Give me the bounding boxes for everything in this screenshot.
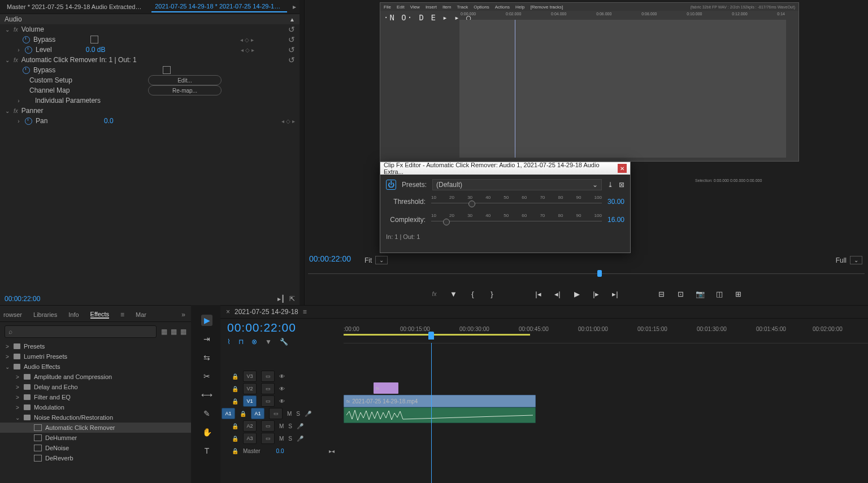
ec-tab-clip[interactable]: 2021-07-25 14-29-18 * 2021-07-25 14-29-1… xyxy=(151,1,287,12)
audition-waveform[interactable]: 0:00.0000:02.0000:04.0000:06.0000:08.000… xyxy=(459,20,786,158)
marker-icon[interactable]: ▼ xyxy=(449,289,458,298)
track-select-tool[interactable]: ⇥ xyxy=(201,333,212,345)
volume-header[interactable]: ⌄ fx Volume ↺ xyxy=(0,24,300,34)
tab-info[interactable]: Info xyxy=(68,311,79,318)
tree-item[interactable]: >Modulation xyxy=(0,402,191,412)
res-dropdown[interactable]: ⌄ xyxy=(850,256,862,264)
menu-track[interactable]: Track xyxy=(457,5,468,10)
tab-markers[interactable]: Mar xyxy=(136,311,146,318)
video-clip[interactable]: fx 2021-07-25 14-29-18.mp4 xyxy=(344,395,536,407)
bypass-checkbox[interactable] xyxy=(163,66,171,74)
reset-icon[interactable]: ↺ xyxy=(288,55,295,64)
stopwatch-icon[interactable] xyxy=(25,46,32,54)
tab-libraries[interactable]: Libraries xyxy=(33,311,57,318)
pen-tool[interactable]: ✎ xyxy=(201,408,212,419)
tree-item[interactable]: ⌄Audio Effects xyxy=(0,362,191,372)
complexity-value[interactable]: 16.00 xyxy=(607,216,624,224)
tree-item[interactable]: ⌄Noise Reduction/Restoration xyxy=(0,412,191,423)
panel-menu-icon[interactable]: ≡ xyxy=(120,311,124,319)
acr-header[interactable]: ⌄ fx Automatic Click Remover In: 1 | Out… xyxy=(0,55,300,65)
goto-out-icon[interactable]: ▸| xyxy=(611,289,620,298)
menu-remove[interactable]: [Remove tracks] xyxy=(530,5,563,10)
lift-icon[interactable]: ⊟ xyxy=(657,289,666,298)
ec-tab-master[interactable]: Master * 2021-07-25 14-29-18 Audio Extra… xyxy=(3,2,146,12)
menu-options[interactable]: Options xyxy=(474,5,489,10)
tab-effects[interactable]: Effects xyxy=(90,311,109,319)
panner-header[interactable]: ⌄ fx Panner xyxy=(0,106,300,116)
selection-tool[interactable]: ▶ xyxy=(201,315,212,326)
track-a3[interactable]: 🔒A3▭MS🎤 xyxy=(220,432,339,445)
tree-item[interactable]: DeNoise xyxy=(0,443,191,453)
complexity-slider[interactable]: 102030405060708090100 xyxy=(431,213,602,227)
ec-timecode[interactable]: 00:00:22:00 xyxy=(5,295,40,303)
snap-icon[interactable]: ⌇ xyxy=(227,338,231,346)
reset-icon[interactable]: ↺ xyxy=(288,35,295,44)
threshold-value[interactable]: 30.00 xyxy=(607,198,624,206)
collapse-icon[interactable]: ▲ xyxy=(289,16,295,23)
tree-item[interactable]: Automatic Click Remover xyxy=(0,423,191,433)
menu-insert[interactable]: Insert xyxy=(426,5,437,10)
camera-icon[interactable]: 📷 xyxy=(696,289,705,298)
indiv-params-row[interactable]: › Individual Parameters xyxy=(0,95,300,106)
out-icon[interactable]: } xyxy=(488,289,497,298)
menu-help[interactable]: Help xyxy=(515,5,524,10)
tree-item[interactable]: DeHummer xyxy=(0,433,191,443)
reset-icon[interactable]: ↺ xyxy=(288,45,295,54)
tree-item[interactable]: >Amplitude and Compression xyxy=(0,372,191,382)
preset-save-icon[interactable]: ⤓ xyxy=(607,181,613,189)
tree-item[interactable]: >Delay and Echo xyxy=(0,382,191,392)
level-value[interactable]: 0.0 dB xyxy=(86,46,106,54)
stopwatch-icon[interactable] xyxy=(23,67,30,74)
menu-view[interactable]: View xyxy=(410,5,420,10)
stopwatch-icon[interactable] xyxy=(23,36,30,43)
program-timecode[interactable]: 00:00:22:00 xyxy=(309,254,351,263)
fx-icon[interactable]: fx xyxy=(430,289,439,298)
settings-icon[interactable]: ⊞ xyxy=(734,289,743,298)
fx-title-bar[interactable]: Clip Fx Editor - Automatic Click Remover… xyxy=(380,162,630,175)
remap-button[interactable]: Re-map... xyxy=(148,85,222,95)
track-a1[interactable]: A1🔒A1▭MS🎤 xyxy=(220,407,339,420)
in-icon[interactable]: { xyxy=(468,289,478,298)
compare-icon[interactable]: ◫ xyxy=(715,289,724,298)
keyframe-nav[interactable]: ◂ ◇ ▸ xyxy=(240,37,254,43)
stopwatch-icon[interactable] xyxy=(25,118,32,125)
filter-icon[interactable]: ▦ xyxy=(161,328,167,336)
keyframe-nav[interactable]: ◂ ◇ ▸ xyxy=(241,47,254,53)
menu-actions[interactable]: Actions xyxy=(495,5,510,10)
edit-button[interactable]: Edit... xyxy=(148,75,222,85)
menu-file[interactable]: File xyxy=(384,5,391,10)
preset-delete-icon[interactable]: ⊠ xyxy=(619,181,624,189)
menu-edit[interactable]: Edit xyxy=(397,5,405,10)
reset-icon[interactable]: ↺ xyxy=(288,25,295,34)
zoom-dropdown[interactable]: ⌄ xyxy=(375,256,388,264)
step-fwd-icon[interactable]: |▸ xyxy=(592,289,601,298)
pan-value[interactable]: 0.0 xyxy=(104,117,114,125)
panel-menu-icon[interactable]: ≡ xyxy=(303,308,307,316)
effects-search-input[interactable]: ⌕ xyxy=(5,325,157,338)
track-v3[interactable]: 🔒V3▭👁 xyxy=(220,370,339,382)
track-a2[interactable]: 🔒A2▭MS🎤 xyxy=(220,420,339,432)
tab-browser[interactable]: rowser xyxy=(3,311,22,318)
track-master[interactable]: 🔒Master0.0▸◂ xyxy=(220,445,339,457)
power-icon[interactable]: ⏻ xyxy=(386,180,396,190)
audio-clip[interactable] xyxy=(344,407,536,423)
tree-item[interactable]: DeReverb xyxy=(0,453,191,463)
graphic-clip[interactable]: fx xyxy=(374,382,398,394)
tree-item[interactable]: >Lumetri Presets xyxy=(0,351,191,362)
export-icon[interactable]: ⇱ xyxy=(289,295,295,303)
wrench-icon[interactable]: 🔧 xyxy=(280,338,288,346)
razor-tool[interactable]: ✂ xyxy=(201,371,212,382)
bypass-checkbox[interactable] xyxy=(90,36,98,43)
filter-icon[interactable]: ▦ xyxy=(180,328,186,336)
magnet-icon[interactable]: ⊓ xyxy=(238,338,244,346)
preset-dropdown[interactable]: (Default)⌄ xyxy=(432,179,602,190)
step-back-icon[interactable]: ◂| xyxy=(553,289,562,298)
program-scrubber[interactable] xyxy=(308,269,865,278)
close-icon[interactable]: ✕ xyxy=(618,164,627,173)
marker-icon[interactable]: ▼ xyxy=(265,338,272,346)
track-v1[interactable]: 🔒V1▭👁 xyxy=(220,395,339,407)
slip-tool[interactable]: ⟷ xyxy=(201,389,212,401)
link-icon[interactable]: ⊗ xyxy=(251,338,257,346)
threshold-slider[interactable]: 102030405060708090100 xyxy=(431,195,602,208)
filter-icon[interactable]: ▦ xyxy=(171,328,177,336)
